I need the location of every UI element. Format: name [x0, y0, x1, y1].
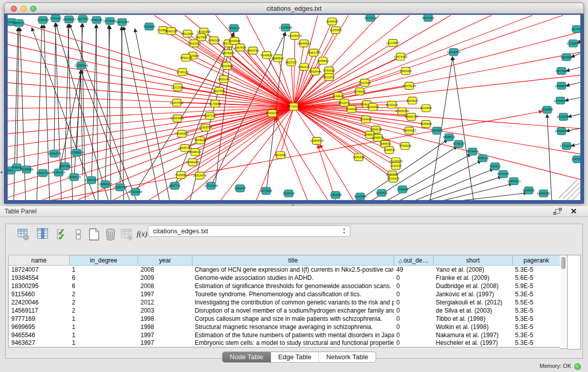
graph-node[interactable]: 2935114 — [477, 155, 489, 162]
select-rows-icon[interactable] — [56, 227, 69, 242]
graph-node[interactable]: 16914479 — [193, 172, 207, 179]
column-header-title[interactable]: title — [192, 255, 394, 266]
graph-node[interactable]: 13525419 — [288, 32, 302, 39]
scrollbar-thumb[interactable] — [561, 257, 565, 269]
graph-node[interactable]: 9329966 — [560, 54, 573, 61]
graph-node[interactable]: 7955812 — [317, 57, 329, 64]
table-source-combobox[interactable]: citations_edges.txt ▲▼ — [148, 225, 351, 237]
graph-node[interactable]: 8454749 — [247, 47, 259, 54]
table-row[interactable]: 1938455462009Genome-wide association stu… — [9, 274, 560, 282]
graph-node[interactable]: 1321612 — [359, 79, 371, 86]
graph-node[interactable]: 1862615 — [298, 63, 310, 71]
graph-node[interactable]: 8267130 — [204, 112, 216, 119]
graph-node[interactable]: 9154499 — [367, 104, 379, 111]
graph-node[interactable]: 19218596 — [279, 24, 293, 31]
graph-node[interactable]: 19384554 — [310, 137, 324, 144]
graph-node[interactable]: 8128418 — [282, 190, 295, 197]
table-mode-icon[interactable] — [17, 227, 30, 242]
graph-node[interactable]: 10653287 — [62, 16, 76, 23]
canvas-resize-grip[interactable] — [559, 180, 580, 200]
graph-node[interactable]: 1640954 — [431, 127, 443, 134]
graph-node[interactable]: 7515526 — [143, 23, 156, 30]
graph-node[interactable]: 1094502 — [376, 189, 388, 196]
graph-node[interactable]: 6466160 — [91, 16, 103, 24]
column-header-pagerank[interactable]: pagerank — [513, 255, 560, 266]
show-column-icon[interactable] — [36, 227, 50, 242]
graph-node[interactable]: 8215958 — [541, 106, 553, 114]
table-row[interactable]: 1872400712008Changes of HCN gene express… — [9, 266, 560, 274]
graph-node[interactable]: 9857771 — [169, 182, 181, 189]
table-vertical-scrollbar[interactable] — [560, 255, 568, 349]
table-row[interactable]: 1456911722003Disruption of a novel membe… — [9, 307, 560, 315]
graph-node[interactable]: 1225403 — [330, 27, 342, 34]
tab-network-table[interactable]: Network Table — [319, 352, 375, 362]
graph-node[interactable]: 12923448 — [128, 188, 142, 195]
graph-node[interactable]: 8878332 — [194, 137, 207, 144]
graph-node[interactable]: 12444418 — [554, 97, 568, 104]
graph-node[interactable]: 9699695 — [420, 120, 432, 127]
graph-node[interactable]: 9621072 — [323, 74, 335, 81]
memory-status-indicator[interactable] — [574, 363, 581, 370]
graph-node[interactable]: 9756928 — [399, 142, 411, 149]
column-header-short[interactable]: short — [433, 255, 513, 266]
graph-node[interactable]: 15751874 — [567, 40, 580, 47]
graph-node[interactable]: 1167533 — [572, 156, 580, 163]
graph-node[interactable]: 12975115 — [403, 82, 417, 90]
graph-node[interactable]: 2204697 — [360, 116, 372, 123]
graph-node[interactable]: 11156889 — [20, 166, 33, 173]
graph-node[interactable]: 1572314 — [364, 15, 377, 21]
graph-node[interactable]: 9405571 — [13, 19, 25, 27]
graph-node[interactable]: 9397588 — [59, 163, 71, 170]
graph-node[interactable]: 8990448 — [309, 68, 321, 75]
table-row[interactable]: 2242004622012Investigating the contribut… — [9, 298, 560, 307]
graph-node[interactable]: 9822037 — [285, 59, 297, 66]
graph-node[interactable]: 6794028 — [323, 67, 335, 74]
graph-node[interactable]: 9115460 — [420, 105, 432, 112]
graph-node[interactable]: 1546448 — [229, 37, 241, 45]
graph-node[interactable]: 16671358 — [115, 18, 129, 26]
table-row[interactable]: 946362711997Embryonic stem cells: a mode… — [9, 339, 560, 347]
network-canvas[interactable]: 1872400783130449405571276914095302571065… — [8, 15, 580, 200]
graph-node[interactable]: 8313054 — [422, 15, 434, 21]
graph-node[interactable]: 9227342 — [555, 68, 568, 75]
graph-node[interactable]: 7632621 — [489, 163, 502, 170]
graph-node[interactable]: 9245652 — [523, 187, 535, 194]
graph-node[interactable]: 16210643 — [557, 113, 571, 120]
graph-node[interactable]: 17016504 — [560, 142, 574, 149]
float-panel-icon[interactable] — [553, 208, 562, 215]
graph-node[interactable]: 9146821 — [260, 52, 273, 59]
graph-node[interactable]: 9474444 — [467, 148, 479, 155]
column-header-out-de-[interactable]: △out_de… — [394, 255, 433, 266]
graph-node[interactable]: 2718120 — [177, 69, 189, 76]
graph-node[interactable]: 10958107 — [98, 181, 112, 188]
close-panel-icon[interactable]: ✕ — [570, 207, 578, 216]
delete-column-icon[interactable] — [104, 227, 117, 242]
graph-node[interactable]: 1094812 — [383, 146, 396, 154]
graph-node[interactable]: 2803144 — [218, 76, 230, 83]
graph-node[interactable]: 1069685 — [330, 191, 342, 199]
row-height-icon[interactable] — [72, 227, 85, 242]
graph-node[interactable]: 1165408 — [326, 18, 338, 25]
tab-edge-table[interactable]: Edge Table — [271, 352, 319, 362]
table-row[interactable]: 1830029562008Estimation of significance … — [9, 282, 560, 290]
graph-node[interactable]: 1117260 — [571, 26, 580, 33]
graph-node[interactable]: 18495784 — [404, 113, 418, 120]
table-row[interactable]: 969969511998Structural magnetic resonanc… — [9, 323, 560, 331]
graph-node[interactable]: 7204015 — [345, 106, 358, 113]
column-header-in-degree[interactable]: in_degree — [70, 255, 138, 266]
graph-node[interactable]: 17857223 — [84, 177, 98, 184]
column-header-year[interactable]: year — [138, 255, 192, 266]
graph-node[interactable]: 16107552 — [170, 99, 184, 106]
graph-node[interactable]: 1733426 — [397, 186, 409, 193]
graph-node[interactable]: 8912954 — [182, 30, 194, 37]
graph-node[interactable]: 20206576 — [48, 150, 61, 157]
graph-node[interactable]: 9530257 — [50, 15, 62, 22]
graph-node[interactable]: 9890134 — [180, 54, 192, 61]
graph-node[interactable]: 1104642 — [332, 93, 344, 100]
graph-node[interactable]: 1610272 — [338, 99, 351, 106]
graph-node[interactable]: 10654112 — [507, 178, 521, 185]
graph-node[interactable]: 9170081 — [209, 100, 222, 107]
graph-node[interactable]: 2769140 — [37, 16, 49, 24]
graph-node[interactable]: 1926208 — [353, 154, 365, 161]
graph-node[interactable]: 15716485 — [204, 182, 218, 189]
